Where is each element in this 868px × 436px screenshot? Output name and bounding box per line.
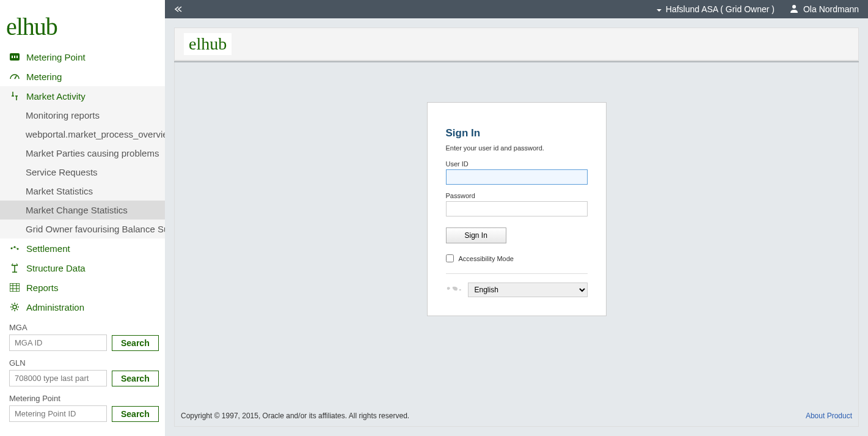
gln-search-button[interactable]: Search — [112, 371, 159, 386]
settlement-icon — [9, 243, 20, 254]
content-logo: elhub — [184, 33, 232, 55]
nav-market-activity[interactable]: Market Activity — [0, 86, 165, 106]
separator — [446, 273, 588, 274]
userid-label: User ID — [446, 160, 588, 168]
nav-metering[interactable]: Metering — [0, 67, 165, 86]
nav-sub-monitoring-reports[interactable]: Monitoring reports — [0, 106, 165, 125]
gauge-icon — [9, 71, 20, 82]
accessibility-label: Accessibility Mode — [459, 255, 514, 262]
gear-icon — [9, 301, 20, 312]
nav-administration[interactable]: Administration — [0, 297, 165, 317]
nav-sub-label: Market Change Statistics — [26, 205, 128, 215]
svg-rect-3 — [16, 56, 18, 58]
mga-search-button[interactable]: Search — [112, 335, 159, 351]
help-link[interactable]: Help — [833, 40, 849, 49]
topbar: Hafslund ASA ( Grid Owner ) Ola Nordmann — [165, 0, 868, 18]
svg-rect-13 — [10, 283, 20, 292]
signin-title: Sign In — [446, 127, 588, 139]
logo-text: elhub — [6, 13, 57, 40]
nav-sub-market-process[interactable]: webportal.market_process_overvie... — [0, 125, 165, 144]
nav-menu: Metering Point Metering Market Activity … — [0, 47, 165, 317]
gln-label: GLN — [9, 358, 156, 368]
content-header: elhub Help — [174, 28, 859, 61]
mp-search-button[interactable]: Search — [112, 406, 159, 422]
userid-input[interactable] — [446, 169, 588, 185]
nav-sub-market-statistics[interactable]: Market Statistics — [0, 182, 165, 201]
nav-metering-point[interactable]: Metering Point — [0, 47, 165, 67]
svg-point-18 — [13, 305, 16, 309]
structure-icon — [9, 262, 20, 273]
nav-reports[interactable]: Reports — [0, 278, 165, 297]
nav-label: Structure Data — [26, 263, 86, 273]
mp-label: Metering Point — [9, 394, 156, 403]
nav-sub-label: webportal.market_process_overvie... — [26, 129, 165, 139]
org-name: Hafslund ASA ( Grid Owner ) — [666, 4, 775, 14]
copyright: Copyright © 1997, 2015, Oracle and/or it… — [181, 412, 409, 420]
world-map-icon — [446, 285, 462, 295]
password-input[interactable] — [446, 201, 588, 216]
svg-rect-2 — [14, 56, 15, 58]
search-section: MGA Search GLN Search Metering Point Sea… — [0, 317, 165, 436]
svg-rect-1 — [12, 56, 13, 58]
nav-label: Administration — [26, 302, 84, 312]
signin-box: Sign In Enter your user id and password.… — [427, 102, 607, 316]
nav-sub-grid-owner[interactable]: Grid Owner favourising Balance Sup... — [0, 220, 165, 238]
mga-label: MGA — [9, 323, 156, 332]
search-group-mp: Metering Point Search — [9, 394, 156, 422]
nav-sub-market-parties[interactable]: Market Parties causing problems — [0, 144, 165, 163]
user-info[interactable]: Ola Nordmann — [790, 4, 859, 15]
accessibility-checkbox[interactable] — [446, 254, 454, 262]
nav-label: Reports — [26, 283, 59, 293]
svg-point-7 — [17, 248, 19, 250]
search-group-gln: GLN Search — [9, 358, 156, 386]
svg-point-19 — [792, 5, 796, 9]
nav-label: Market Activity — [26, 91, 86, 102]
mp-input[interactable] — [9, 405, 107, 422]
search-group-mga: MGA Search — [9, 323, 156, 351]
activity-icon — [9, 91, 20, 102]
footer: Copyright © 1997, 2015, Oracle and/or it… — [175, 393, 858, 426]
mga-input[interactable] — [9, 334, 107, 351]
gln-input[interactable] — [9, 370, 107, 386]
nav-sub-label: Service Requests — [26, 167, 98, 177]
svg-line-4 — [15, 76, 16, 79]
nav-sub-market-change-statistics[interactable]: Market Change Statistics — [0, 201, 165, 220]
nav-sub-label: Market Statistics — [26, 186, 93, 196]
caret-down-icon — [656, 4, 662, 14]
user-name: Ola Nordmann — [803, 4, 859, 14]
nav-sub-service-requests[interactable]: Service Requests — [0, 163, 165, 182]
reports-icon — [9, 282, 20, 293]
content-body: Sign In Enter your user id and password.… — [174, 62, 859, 427]
collapse-sidebar-icon[interactable] — [174, 4, 183, 14]
user-icon — [790, 4, 798, 15]
main: Hafslund ASA ( Grid Owner ) Ola Nordmann… — [165, 0, 868, 436]
nav-settlement[interactable]: Settlement — [0, 238, 165, 258]
nav-sub-label: Monitoring reports — [26, 110, 100, 120]
content: elhub Help Sign In Enter your user id an… — [165, 18, 868, 436]
language-select[interactable]: English — [468, 283, 588, 297]
meter-icon — [9, 51, 20, 62]
logo: elhub — [0, 0, 165, 47]
password-label: Password — [446, 192, 588, 199]
nav-label: Metering Point — [26, 52, 86, 62]
nav-sub-label: Market Parties causing problems — [26, 148, 159, 158]
signin-subtitle: Enter your user id and password. — [446, 144, 588, 152]
nav-label: Metering — [26, 72, 62, 82]
nav-label: Settlement — [26, 243, 70, 254]
org-switcher[interactable]: Hafslund ASA ( Grid Owner ) — [656, 4, 775, 14]
signin-button[interactable]: Sign In — [446, 227, 506, 243]
nav-sub-label: Grid Owner favourising Balance Sup... — [26, 224, 165, 234]
sidebar: elhub Metering Point Metering Market Ac — [0, 0, 165, 436]
nav-structure-data[interactable]: Structure Data — [0, 258, 165, 278]
about-product-link[interactable]: About Product — [806, 412, 852, 420]
